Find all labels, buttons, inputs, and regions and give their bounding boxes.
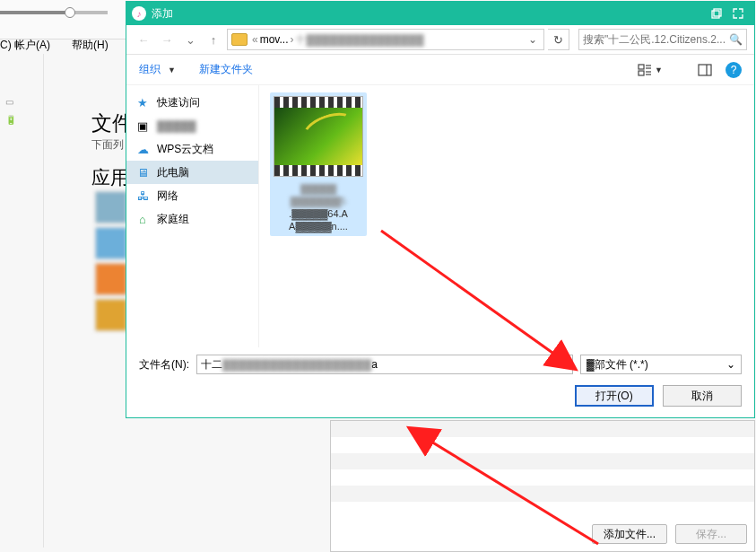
filename-drop-icon[interactable]: ⌄: [560, 358, 569, 371]
sidebar-item-wps[interactable]: ☁WPS云文档: [126, 137, 258, 161]
menu-account[interactable]: C) 帐户(A): [0, 38, 50, 53]
dialog-titlebar[interactable]: ♪ 添加: [126, 2, 754, 25]
svg-rect-0: [712, 11, 719, 18]
cancel-button[interactable]: 取消: [663, 385, 742, 407]
star-icon: ★: [135, 95, 150, 110]
sidebar-item-homegroup[interactable]: ⌂家庭组: [126, 207, 258, 231]
path-drop-icon[interactable]: ⌄: [526, 33, 540, 46]
generic-icon: ▣: [135, 118, 150, 133]
app-thumb[interactable]: [95, 227, 127, 259]
sidebar-item-quick[interactable]: ★快速访问: [126, 91, 258, 114]
filetype-drop-icon[interactable]: ⌄: [726, 358, 735, 371]
pc-icon: 🖥: [135, 165, 150, 180]
add-file-button[interactable]: 添加文件...: [592, 524, 667, 544]
heading-apps: 应用: [91, 165, 129, 190]
restore-icon[interactable]: [706, 4, 727, 22]
dialog-toolbar: 组织 ▼ 新建文件夹 ▼ ?: [126, 55, 754, 85]
dialog-title: 添加: [152, 6, 173, 22]
search-icon[interactable]: 🔍: [729, 33, 743, 46]
battery-icon: ▭: [5, 97, 13, 107]
sidebar-item-label: 网络: [157, 188, 178, 204]
sidebar-item-blur[interactable]: ▣▓▓▓▓▓: [126, 114, 258, 137]
sidebar-item-label: 家庭组: [157, 212, 189, 227]
volume-slider[interactable]: [0, 11, 108, 14]
up-icon[interactable]: ↑: [204, 30, 223, 49]
file-tile[interactable]: ▓▓▓▓▓ ▓▓▓▓▓▓▓5 .▓▓▓▓▓64.A A▓▓▓▓▓n....: [270, 92, 367, 236]
organize-button[interactable]: 组织: [139, 62, 161, 77]
svg-rect-1: [714, 9, 721, 16]
help-icon[interactable]: ?: [726, 62, 742, 78]
dialog-navbar: ← → ⌄ ↑ « mov... › 十▓▓▓▓▓▓▓▓▓▓▓▓▓▓▓ ⌄ ↻ …: [126, 25, 754, 55]
cloud-icon: ☁: [135, 142, 150, 156]
search-box[interactable]: 🔍: [578, 29, 747, 50]
refresh-icon[interactable]: ↻: [548, 29, 569, 50]
homegroup-icon: ⌂: [135, 212, 150, 226]
sidebar-item-label: 快速访问: [157, 95, 200, 110]
organize-drop-icon[interactable]: ▼: [168, 66, 176, 74]
video-thumb: [274, 96, 363, 177]
view-drop-icon[interactable]: ▼: [655, 66, 663, 74]
filename-label: 文件名(N):: [139, 357, 189, 372]
file-name: ▓▓▓▓▓ ▓▓▓▓▓▓▓5 .▓▓▓▓▓64.A A▓▓▓▓▓n....: [274, 182, 363, 232]
open-button[interactable]: 打开(O): [575, 385, 654, 407]
search-input[interactable]: [583, 33, 726, 46]
maximize-icon[interactable]: [727, 4, 749, 22]
svg-rect-3: [639, 71, 644, 75]
sidebar-item-thispc[interactable]: 🖥此电脑: [126, 161, 258, 184]
forward-icon[interactable]: →: [157, 30, 177, 49]
dialog-footer: 文件名(N): 十二 ▓▓▓▓▓▓▓▓▓▓▓▓▓▓▓▓▓▓▓ a ⌄ ▓部文件 …: [126, 347, 754, 419]
file-area[interactable]: ▓▓▓▓▓ ▓▓▓▓▓▓▓5 .▓▓▓▓▓64.A A▓▓▓▓▓n....: [259, 85, 754, 347]
app-thumb[interactable]: [95, 263, 127, 295]
app-thumb[interactable]: [95, 191, 127, 223]
file-open-dialog: ♪ 添加 ← → ⌄ ↑ « mov... › 十▓▓▓▓▓▓▓▓▓▓▓▓▓▓▓…: [126, 1, 755, 418]
folder-icon: [231, 33, 248, 46]
sidebar-item-label: 此电脑: [157, 165, 189, 180]
view-mode-icon[interactable]: [635, 60, 655, 80]
path-input[interactable]: « mov... › 十▓▓▓▓▓▓▓▓▓▓▓▓▓▓▓ ⌄: [227, 29, 544, 50]
battery-green-icon: 🔋: [5, 115, 16, 125]
history-drop-icon[interactable]: ⌄: [180, 30, 200, 49]
save-button[interactable]: 保存...: [675, 524, 747, 544]
app-icon: ♪: [132, 6, 146, 21]
subheading: 下面列: [91, 137, 124, 153]
filetype-select[interactable]: ▓部文件 (*.*) ⌄: [580, 355, 742, 374]
app-thumb[interactable]: [95, 299, 127, 331]
app-thumb-list: [95, 191, 127, 335]
network-icon: 🖧: [135, 188, 150, 203]
menu-help[interactable]: 帮助(H): [72, 38, 109, 53]
filename-input[interactable]: 十二 ▓▓▓▓▓▓▓▓▓▓▓▓▓▓▓▓▓▓▓ a ⌄: [196, 355, 573, 374]
back-icon[interactable]: ←: [134, 30, 153, 49]
sidebar-item-label: WPS云文档: [157, 142, 213, 157]
sidebar-item-network[interactable]: 🖧网络: [126, 184, 258, 207]
svg-rect-8: [699, 65, 711, 75]
preview-pane-icon[interactable]: [695, 60, 715, 80]
sidebar: ★快速访问 ▣▓▓▓▓▓ ☁WPS云文档 🖥此电脑 🖧网络 ⌂家庭组: [126, 85, 259, 347]
new-folder-button[interactable]: 新建文件夹: [199, 62, 253, 77]
svg-rect-2: [639, 65, 644, 69]
sidebar-item-label: ▓▓▓▓▓: [157, 119, 196, 132]
